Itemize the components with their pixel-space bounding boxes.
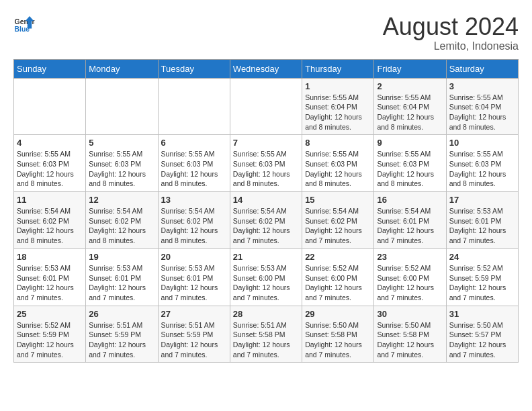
day-number: 31 <box>449 309 515 319</box>
day-number: 30 <box>377 309 443 319</box>
week-row-3: 11Sunrise: 5:54 AMSunset: 6:02 PMDayligh… <box>14 192 519 249</box>
header-tuesday: Tuesday <box>158 59 230 78</box>
header-wednesday: Wednesday <box>230 59 302 78</box>
day-info: Sunrise: 5:55 AMSunset: 6:03 PMDaylight:… <box>161 149 227 189</box>
week-row-1: 1Sunrise: 5:55 AMSunset: 6:04 PMDaylight… <box>14 78 519 135</box>
day-info: Sunrise: 5:53 AMSunset: 6:01 PMDaylight:… <box>161 263 227 303</box>
day-number: 24 <box>449 252 515 262</box>
calendar-subtitle: Lemito, Indonesia <box>383 40 519 52</box>
calendar-title: August 2024 <box>383 13 519 40</box>
day-number: 13 <box>161 195 227 205</box>
day-number: 26 <box>89 309 154 319</box>
day-number: 14 <box>233 195 299 205</box>
calendar-cell: 20Sunrise: 5:53 AMSunset: 6:01 PMDayligh… <box>158 248 230 306</box>
header-friday: Friday <box>374 59 446 78</box>
calendar-cell: 7Sunrise: 5:55 AMSunset: 6:03 PMDaylight… <box>230 135 302 192</box>
logo-icon: General Blue <box>13 13 35 35</box>
calendar-cell: 27Sunrise: 5:51 AMSunset: 5:59 PMDayligh… <box>158 306 230 363</box>
day-number: 4 <box>17 138 83 148</box>
calendar-cell: 6Sunrise: 5:55 AMSunset: 6:03 PMDaylight… <box>158 135 230 192</box>
day-info: Sunrise: 5:55 AMSunset: 6:03 PMDaylight:… <box>17 149 83 189</box>
day-number: 6 <box>161 138 227 148</box>
day-info: Sunrise: 5:54 AMSunset: 6:02 PMDaylight:… <box>89 206 154 246</box>
day-number: 9 <box>377 138 443 148</box>
calendar-cell: 13Sunrise: 5:54 AMSunset: 6:02 PMDayligh… <box>158 192 230 249</box>
day-info: Sunrise: 5:53 AMSunset: 6:00 PMDaylight:… <box>233 263 299 303</box>
day-info: Sunrise: 5:50 AMSunset: 5:58 PMDaylight:… <box>305 320 371 360</box>
day-info: Sunrise: 5:51 AMSunset: 5:59 PMDaylight:… <box>89 320 154 360</box>
calendar-cell: 9Sunrise: 5:55 AMSunset: 6:03 PMDaylight… <box>374 135 446 192</box>
day-info: Sunrise: 5:54 AMSunset: 6:02 PMDaylight:… <box>161 206 227 246</box>
day-number: 1 <box>305 81 371 91</box>
day-number: 19 <box>89 252 154 262</box>
day-number: 3 <box>449 81 515 91</box>
calendar-cell: 11Sunrise: 5:54 AMSunset: 6:02 PMDayligh… <box>14 192 86 249</box>
day-info: Sunrise: 5:51 AMSunset: 5:58 PMDaylight:… <box>233 320 299 360</box>
day-number: 5 <box>89 138 154 148</box>
calendar-cell <box>230 78 302 135</box>
day-number: 16 <box>377 195 443 205</box>
day-info: Sunrise: 5:52 AMSunset: 5:59 PMDaylight:… <box>449 263 515 303</box>
week-row-4: 18Sunrise: 5:53 AMSunset: 6:01 PMDayligh… <box>14 248 519 306</box>
day-number: 10 <box>449 138 515 148</box>
day-number: 17 <box>449 195 515 205</box>
day-number: 22 <box>305 252 371 262</box>
day-info: Sunrise: 5:53 AMSunset: 6:01 PMDaylight:… <box>449 206 515 246</box>
calendar-cell: 28Sunrise: 5:51 AMSunset: 5:58 PMDayligh… <box>230 306 302 363</box>
day-header-row: Sunday Monday Tuesday Wednesday Thursday… <box>14 59 519 78</box>
calendar-cell: 3Sunrise: 5:55 AMSunset: 6:04 PMDaylight… <box>446 78 518 135</box>
calendar-table: Sunday Monday Tuesday Wednesday Thursday… <box>13 59 519 363</box>
page-header: General Blue August 2024 Lemito, Indones… <box>13 13 519 52</box>
calendar-cell: 5Sunrise: 5:55 AMSunset: 6:03 PMDaylight… <box>86 135 158 192</box>
day-info: Sunrise: 5:55 AMSunset: 6:03 PMDaylight:… <box>377 149 443 189</box>
calendar-cell <box>14 78 86 135</box>
day-number: 21 <box>233 252 299 262</box>
week-row-2: 4Sunrise: 5:55 AMSunset: 6:03 PMDaylight… <box>14 135 519 192</box>
day-info: Sunrise: 5:53 AMSunset: 6:01 PMDaylight:… <box>89 263 154 303</box>
day-number: 12 <box>89 195 154 205</box>
day-number: 23 <box>377 252 443 262</box>
day-info: Sunrise: 5:54 AMSunset: 6:02 PMDaylight:… <box>17 206 83 246</box>
calendar-cell: 22Sunrise: 5:52 AMSunset: 6:00 PMDayligh… <box>302 248 374 306</box>
day-number: 15 <box>305 195 371 205</box>
calendar-cell: 4Sunrise: 5:55 AMSunset: 6:03 PMDaylight… <box>14 135 86 192</box>
day-info: Sunrise: 5:55 AMSunset: 6:03 PMDaylight:… <box>233 149 299 189</box>
header-monday: Monday <box>86 59 158 78</box>
day-number: 28 <box>233 309 299 319</box>
day-number: 11 <box>17 195 83 205</box>
calendar-cell: 14Sunrise: 5:54 AMSunset: 6:02 PMDayligh… <box>230 192 302 249</box>
calendar-cell: 29Sunrise: 5:50 AMSunset: 5:58 PMDayligh… <box>302 306 374 363</box>
day-number: 29 <box>305 309 371 319</box>
day-number: 8 <box>305 138 371 148</box>
day-info: Sunrise: 5:52 AMSunset: 6:00 PMDaylight:… <box>377 263 443 303</box>
day-info: Sunrise: 5:55 AMSunset: 6:04 PMDaylight:… <box>305 93 371 132</box>
day-info: Sunrise: 5:55 AMSunset: 6:03 PMDaylight:… <box>305 149 371 189</box>
day-number: 27 <box>161 309 227 319</box>
day-info: Sunrise: 5:55 AMSunset: 6:03 PMDaylight:… <box>449 149 515 189</box>
logo: General Blue <box>13 13 35 35</box>
calendar-cell: 19Sunrise: 5:53 AMSunset: 6:01 PMDayligh… <box>86 248 158 306</box>
calendar-cell: 10Sunrise: 5:55 AMSunset: 6:03 PMDayligh… <box>446 135 518 192</box>
day-number: 2 <box>377 81 443 91</box>
day-info: Sunrise: 5:54 AMSunset: 6:02 PMDaylight:… <box>305 206 371 246</box>
calendar-cell: 26Sunrise: 5:51 AMSunset: 5:59 PMDayligh… <box>86 306 158 363</box>
calendar-cell <box>158 78 230 135</box>
day-info: Sunrise: 5:53 AMSunset: 6:01 PMDaylight:… <box>17 263 83 303</box>
calendar-cell: 12Sunrise: 5:54 AMSunset: 6:02 PMDayligh… <box>86 192 158 249</box>
day-info: Sunrise: 5:55 AMSunset: 6:03 PMDaylight:… <box>89 149 154 189</box>
calendar-cell: 1Sunrise: 5:55 AMSunset: 6:04 PMDaylight… <box>302 78 374 135</box>
calendar-cell: 31Sunrise: 5:50 AMSunset: 5:57 PMDayligh… <box>446 306 518 363</box>
day-number: 20 <box>161 252 227 262</box>
header-sunday: Sunday <box>14 59 86 78</box>
day-info: Sunrise: 5:54 AMSunset: 6:01 PMDaylight:… <box>377 206 443 246</box>
calendar-cell: 18Sunrise: 5:53 AMSunset: 6:01 PMDayligh… <box>14 248 86 306</box>
calendar-cell: 15Sunrise: 5:54 AMSunset: 6:02 PMDayligh… <box>302 192 374 249</box>
day-number: 7 <box>233 138 299 148</box>
calendar-cell: 17Sunrise: 5:53 AMSunset: 6:01 PMDayligh… <box>446 192 518 249</box>
day-info: Sunrise: 5:52 AMSunset: 6:00 PMDaylight:… <box>305 263 371 303</box>
header-saturday: Saturday <box>446 59 518 78</box>
day-number: 25 <box>17 309 83 319</box>
calendar-cell: 24Sunrise: 5:52 AMSunset: 5:59 PMDayligh… <box>446 248 518 306</box>
calendar-cell: 8Sunrise: 5:55 AMSunset: 6:03 PMDaylight… <box>302 135 374 192</box>
week-row-5: 25Sunrise: 5:52 AMSunset: 5:59 PMDayligh… <box>14 306 519 363</box>
